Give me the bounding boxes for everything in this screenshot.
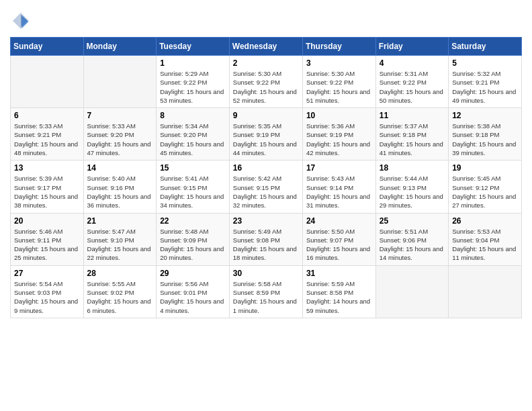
day-number: 22: [160, 216, 226, 226]
calendar-cell: 20Sunrise: 5:46 AM Sunset: 9:11 PM Dayli…: [11, 213, 84, 265]
day-of-week-header: Thursday: [302, 38, 375, 56]
calendar-cell: 31Sunrise: 5:59 AM Sunset: 8:58 PM Dayli…: [302, 265, 375, 318]
calendar-cell: 30Sunrise: 5:58 AM Sunset: 8:59 PM Dayli…: [229, 265, 302, 318]
day-info: Sunrise: 5:31 AM Sunset: 9:22 PM Dayligh…: [380, 69, 445, 105]
day-info: Sunrise: 5:32 AM Sunset: 9:21 PM Dayligh…: [452, 69, 518, 105]
day-info: Sunrise: 5:42 AM Sunset: 9:15 PM Dayligh…: [233, 174, 299, 210]
day-info: Sunrise: 5:49 AM Sunset: 9:08 PM Dayligh…: [233, 227, 299, 263]
day-number: 20: [14, 216, 80, 226]
day-info: Sunrise: 5:53 AM Sunset: 9:04 PM Dayligh…: [452, 227, 518, 263]
day-of-week-header: Wednesday: [229, 38, 302, 56]
day-number: 29: [160, 269, 226, 278]
calendar-cell: 6Sunrise: 5:33 AM Sunset: 9:21 PM Daylig…: [11, 108, 84, 161]
calendar-cell: 1Sunrise: 5:29 AM Sunset: 9:22 PM Daylig…: [157, 56, 230, 108]
day-info: Sunrise: 5:30 AM Sunset: 9:22 PM Dayligh…: [306, 69, 372, 105]
day-info: Sunrise: 5:38 AM Sunset: 9:18 PM Dayligh…: [452, 122, 518, 157]
day-info: Sunrise: 5:48 AM Sunset: 9:09 PM Dayligh…: [160, 227, 226, 263]
day-info: Sunrise: 5:33 AM Sunset: 9:20 PM Dayligh…: [87, 122, 153, 157]
day-number: 2: [233, 58, 299, 68]
calendar-cell: 18Sunrise: 5:44 AM Sunset: 9:13 PM Dayli…: [375, 161, 448, 213]
day-info: Sunrise: 5:30 AM Sunset: 9:22 PM Dayligh…: [233, 69, 299, 105]
page-header: [10, 10, 522, 32]
calendar-cell: 15Sunrise: 5:41 AM Sunset: 9:15 PM Dayli…: [157, 161, 230, 213]
day-number: 5: [452, 58, 518, 68]
day-info: Sunrise: 5:44 AM Sunset: 9:13 PM Dayligh…: [380, 174, 445, 210]
day-of-week-header: Tuesday: [157, 38, 230, 56]
calendar-table: SundayMondayTuesdayWednesdayThursdayFrid…: [10, 37, 522, 318]
calendar-cell: 3Sunrise: 5:30 AM Sunset: 9:22 PM Daylig…: [302, 56, 375, 108]
day-number: 6: [14, 111, 80, 120]
calendar-cell: 19Sunrise: 5:45 AM Sunset: 9:12 PM Dayli…: [449, 161, 522, 213]
calendar-cell: [11, 56, 84, 108]
calendar-cell: 12Sunrise: 5:38 AM Sunset: 9:18 PM Dayli…: [449, 108, 522, 161]
day-number: 14: [87, 163, 153, 173]
calendar-header-row: SundayMondayTuesdayWednesdayThursdayFrid…: [11, 38, 522, 56]
day-number: 1: [160, 58, 226, 68]
day-number: 26: [452, 216, 518, 226]
calendar-cell: 8Sunrise: 5:34 AM Sunset: 9:20 PM Daylig…: [157, 108, 230, 161]
day-number: 21: [87, 216, 153, 226]
day-number: 31: [306, 269, 372, 278]
day-number: 23: [233, 216, 299, 226]
calendar-week-row: 13Sunrise: 5:39 AM Sunset: 9:17 PM Dayli…: [11, 161, 522, 213]
day-info: Sunrise: 5:34 AM Sunset: 9:20 PM Dayligh…: [160, 122, 226, 157]
calendar-cell: 13Sunrise: 5:39 AM Sunset: 9:17 PM Dayli…: [11, 161, 84, 213]
day-number: 18: [380, 163, 445, 173]
day-info: Sunrise: 5:33 AM Sunset: 9:21 PM Dayligh…: [14, 122, 80, 157]
day-of-week-header: Friday: [375, 38, 448, 56]
calendar-week-row: 6Sunrise: 5:33 AM Sunset: 9:21 PM Daylig…: [11, 108, 522, 161]
day-number: 16: [233, 163, 299, 173]
calendar-cell: 23Sunrise: 5:49 AM Sunset: 9:08 PM Dayli…: [229, 213, 302, 265]
calendar-cell: 11Sunrise: 5:37 AM Sunset: 9:18 PM Dayli…: [375, 108, 448, 161]
day-number: 19: [452, 163, 518, 173]
day-info: Sunrise: 5:45 AM Sunset: 9:12 PM Dayligh…: [452, 174, 518, 210]
calendar-cell: 16Sunrise: 5:42 AM Sunset: 9:15 PM Dayli…: [229, 161, 302, 213]
day-info: Sunrise: 5:35 AM Sunset: 9:19 PM Dayligh…: [233, 122, 299, 157]
calendar-cell: 5Sunrise: 5:32 AM Sunset: 9:21 PM Daylig…: [449, 56, 522, 108]
day-number: 30: [233, 269, 299, 278]
calendar-cell: 17Sunrise: 5:43 AM Sunset: 9:14 PM Dayli…: [302, 161, 375, 213]
calendar-cell: [83, 56, 157, 108]
day-number: 12: [452, 111, 518, 120]
calendar-cell: 25Sunrise: 5:51 AM Sunset: 9:06 PM Dayli…: [375, 213, 448, 265]
calendar-cell: 26Sunrise: 5:53 AM Sunset: 9:04 PM Dayli…: [449, 213, 522, 265]
day-of-week-header: Monday: [83, 38, 157, 56]
day-info: Sunrise: 5:40 AM Sunset: 9:16 PM Dayligh…: [87, 174, 153, 210]
day-info: Sunrise: 5:54 AM Sunset: 9:03 PM Dayligh…: [14, 279, 80, 315]
day-number: 7: [87, 111, 153, 120]
day-info: Sunrise: 5:36 AM Sunset: 9:19 PM Dayligh…: [306, 122, 372, 157]
logo: [10, 10, 34, 32]
calendar-cell: 10Sunrise: 5:36 AM Sunset: 9:19 PM Dayli…: [302, 108, 375, 161]
calendar-cell: 14Sunrise: 5:40 AM Sunset: 9:16 PM Dayli…: [83, 161, 157, 213]
day-number: 3: [306, 58, 372, 68]
day-info: Sunrise: 5:56 AM Sunset: 9:01 PM Dayligh…: [160, 279, 226, 315]
calendar-cell: 29Sunrise: 5:56 AM Sunset: 9:01 PM Dayli…: [157, 265, 230, 318]
day-number: 11: [380, 111, 445, 120]
calendar-cell: 22Sunrise: 5:48 AM Sunset: 9:09 PM Dayli…: [157, 213, 230, 265]
calendar-week-row: 27Sunrise: 5:54 AM Sunset: 9:03 PM Dayli…: [11, 265, 522, 318]
day-of-week-header: Saturday: [449, 38, 522, 56]
calendar-cell: 2Sunrise: 5:30 AM Sunset: 9:22 PM Daylig…: [229, 56, 302, 108]
calendar-cell: 27Sunrise: 5:54 AM Sunset: 9:03 PM Dayli…: [11, 265, 84, 318]
day-info: Sunrise: 5:47 AM Sunset: 9:10 PM Dayligh…: [87, 227, 153, 263]
day-info: Sunrise: 5:50 AM Sunset: 9:07 PM Dayligh…: [306, 227, 372, 263]
calendar-week-row: 1Sunrise: 5:29 AM Sunset: 9:22 PM Daylig…: [11, 56, 522, 108]
day-number: 28: [87, 269, 153, 278]
day-number: 25: [380, 216, 445, 226]
day-number: 27: [14, 269, 80, 278]
day-info: Sunrise: 5:39 AM Sunset: 9:17 PM Dayligh…: [14, 174, 80, 210]
day-info: Sunrise: 5:46 AM Sunset: 9:11 PM Dayligh…: [14, 227, 80, 263]
day-info: Sunrise: 5:43 AM Sunset: 9:14 PM Dayligh…: [306, 174, 372, 210]
day-info: Sunrise: 5:29 AM Sunset: 9:22 PM Dayligh…: [160, 69, 226, 105]
day-number: 4: [380, 58, 445, 68]
day-number: 15: [160, 163, 226, 173]
calendar-week-row: 20Sunrise: 5:46 AM Sunset: 9:11 PM Dayli…: [11, 213, 522, 265]
day-info: Sunrise: 5:37 AM Sunset: 9:18 PM Dayligh…: [380, 122, 445, 157]
calendar-cell: 21Sunrise: 5:47 AM Sunset: 9:10 PM Dayli…: [83, 213, 157, 265]
day-number: 8: [160, 111, 226, 120]
day-number: 24: [306, 216, 372, 226]
day-number: 10: [306, 111, 372, 120]
day-info: Sunrise: 5:59 AM Sunset: 8:58 PM Dayligh…: [306, 279, 372, 315]
day-info: Sunrise: 5:55 AM Sunset: 9:02 PM Dayligh…: [87, 279, 153, 315]
day-info: Sunrise: 5:41 AM Sunset: 9:15 PM Dayligh…: [160, 174, 226, 210]
